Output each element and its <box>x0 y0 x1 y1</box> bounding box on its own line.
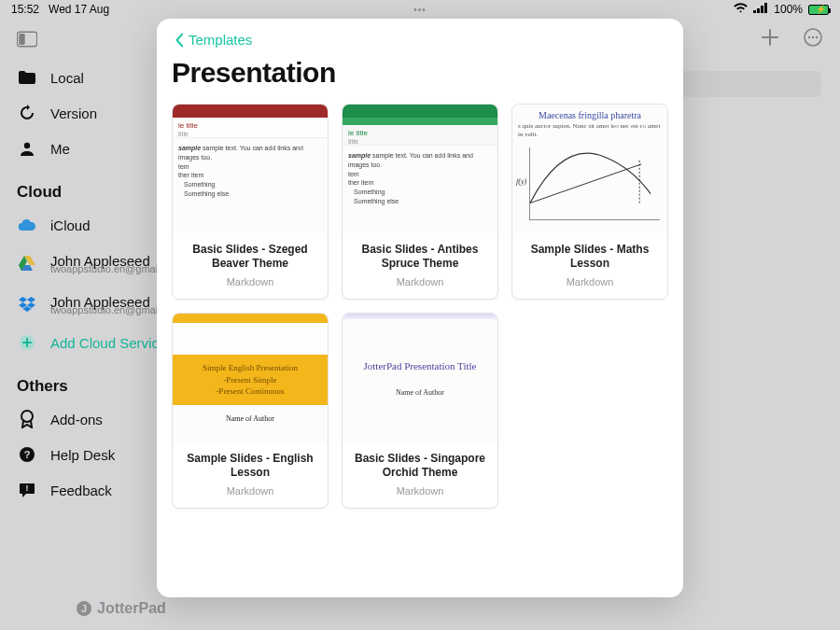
template-title: Basic Slides - Szeged Beaver Theme <box>178 243 322 271</box>
template-kind: Markdown <box>178 276 322 287</box>
template-kind: Markdown <box>348 485 492 497</box>
template-grid: le titletitle sample sample text. You ca… <box>172 104 668 509</box>
template-title: Basic Slides - Singapore Orchid Theme <box>348 452 492 480</box>
template-thumb: le titletitle sample sample text. You ca… <box>173 105 328 233</box>
back-button[interactable]: Templates <box>172 32 668 48</box>
template-card-szeged[interactable]: le titletitle sample sample text. You ca… <box>172 104 329 300</box>
template-thumb: Simple English Presentation -Present Sim… <box>173 314 328 442</box>
template-thumb: JotterPad Presentation Title Name of Aut… <box>343 314 497 442</box>
template-title: Basic Slides - Antibes Spruce Theme <box>348 243 492 271</box>
chevron-left-icon <box>172 33 187 48</box>
back-label: Templates <box>189 32 252 48</box>
template-kind: Markdown <box>518 276 662 287</box>
modal-title: Presentation <box>172 57 668 89</box>
template-thumb: le titletitle sample sample text. You ca… <box>343 105 497 233</box>
template-kind: Markdown <box>348 276 492 287</box>
template-card-singapore[interactable]: JotterPad Presentation Title Name of Aut… <box>342 313 498 509</box>
template-thumb: Maecenas fringilla pharetra s quis aucto… <box>512 105 667 233</box>
template-card-english[interactable]: Simple English Presentation -Present Sim… <box>172 313 329 509</box>
templates-modal: Templates Presentation le titletitle sam… <box>157 19 683 597</box>
template-title: Sample Slides - Maths Lesson <box>518 243 662 271</box>
template-kind: Markdown <box>178 485 322 497</box>
template-card-maths[interactable]: Maecenas fringilla pharetra s quis aucto… <box>511 104 668 300</box>
template-card-antibes[interactable]: le titletitle sample sample text. You ca… <box>342 104 498 300</box>
template-title: Sample Slides - English Lesson <box>178 452 322 480</box>
